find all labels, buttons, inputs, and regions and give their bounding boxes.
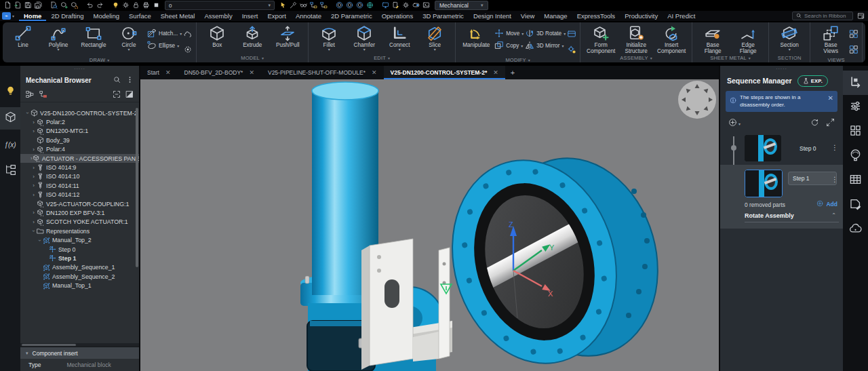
chevron-down-icon[interactable]: ▾ bbox=[328, 48, 330, 52]
ribbon-button-section[interactable]: Section▾ bbox=[772, 24, 806, 52]
tree-item[interactable]: ›Polar:2 bbox=[20, 117, 139, 126]
close-icon[interactable]: ✕ bbox=[372, 69, 377, 76]
tree-item[interactable]: ›DN1200 EXP BFV-3:1 bbox=[20, 208, 139, 217]
chevron-closed-icon[interactable]: › bbox=[31, 210, 37, 216]
tree-item[interactable]: ›ISO 4014:12 bbox=[20, 191, 139, 199]
document-tab[interactable]: V25-PIPELINE-SHUT-OFF-MODULE*✕ bbox=[261, 66, 384, 79]
ribbon-button-base[interactable]: Base Flange bbox=[696, 24, 730, 54]
gear-icon[interactable] bbox=[401, 1, 411, 9]
ribbon-button-base[interactable]: Base Views bbox=[814, 24, 848, 54]
view-grid-icon[interactable] bbox=[849, 29, 859, 41]
undo-icon[interactable] bbox=[85, 1, 95, 9]
refresh-icon[interactable] bbox=[810, 117, 819, 130]
point-icon[interactable] bbox=[183, 45, 193, 57]
menu-tab-productivity[interactable]: Productivity bbox=[620, 11, 663, 21]
ribbon-button-push-pull[interactable]: Push/Pull bbox=[271, 24, 304, 48]
expand-all-icon[interactable] bbox=[113, 89, 121, 101]
close-icon[interactable]: ✕ bbox=[249, 69, 254, 76]
component-add-icon[interactable] bbox=[59, 1, 69, 9]
banner-close-icon[interactable]: ✕ bbox=[828, 94, 833, 102]
chevron-down-icon[interactable]: ▾ bbox=[107, 58, 109, 62]
ribbon-button-edge[interactable]: Edge Flange bbox=[731, 24, 765, 54]
sidebar-tool-browser-cube-icon[interactable] bbox=[0, 107, 20, 130]
doc-search-icon[interactable] bbox=[49, 1, 59, 9]
image-icon[interactable] bbox=[421, 1, 431, 9]
tree-item[interactable]: ›V25-DN1200-CONTROL-SYSTEM-2 bbox=[20, 109, 139, 117]
tree-item[interactable]: ›ISO 4014:11 bbox=[20, 181, 139, 190]
tree-item[interactable]: Manual_Top_1 bbox=[20, 281, 139, 290]
chevron-down-icon[interactable]: ▾ bbox=[749, 56, 751, 60]
chevron-down-icon[interactable]: ▾ bbox=[564, 31, 566, 36]
orbit-cube-icon[interactable] bbox=[355, 1, 365, 9]
new-tab-button[interactable]: + bbox=[505, 69, 520, 77]
menu-tab-expresstools[interactable]: ExpressTools bbox=[572, 11, 620, 21]
ribbon-button-insert[interactable]: Insert Component bbox=[654, 24, 688, 54]
ribbon-button-circle[interactable]: Circle▾ bbox=[112, 24, 146, 52]
document-tab[interactable]: V25-DN1200-CONTROL-SYSTEM-2*✕ bbox=[384, 66, 505, 79]
redo-icon[interactable] bbox=[95, 1, 105, 9]
chevron-down-icon[interactable]: ▾ bbox=[388, 56, 390, 60]
menu-tab-manage[interactable]: Manage bbox=[539, 11, 572, 21]
step-menu-icon[interactable]: ⋮ bbox=[831, 176, 838, 183]
tree-item[interactable]: Step 1 bbox=[20, 254, 139, 262]
menu-tab-2d-parametric[interactable]: 2D Parametric bbox=[326, 11, 377, 21]
panel-tool-sequence-manager-icon[interactable] bbox=[843, 71, 868, 95]
chevron-closed-icon[interactable]: › bbox=[31, 147, 37, 153]
toggle-icon[interactable] bbox=[411, 1, 421, 9]
stop-icon[interactable] bbox=[151, 1, 161, 9]
panel-tool-cloud-icon[interactable] bbox=[843, 217, 868, 241]
panel-tool-render-balloon-icon[interactable] bbox=[843, 144, 868, 168]
menu-tab-export[interactable]: Export bbox=[262, 11, 290, 21]
tree-item[interactable]: ›Manual_Top_2 bbox=[20, 235, 139, 244]
menu-tab-view[interactable]: View bbox=[516, 11, 539, 21]
tree-item[interactable]: ›ISO 4014:10 bbox=[20, 172, 139, 181]
chevron-down-icon[interactable]: ▾ bbox=[262, 56, 264, 60]
viewport-3d[interactable]: Z Y X bbox=[140, 79, 719, 371]
step-name-input[interactable]: Step 1 bbox=[788, 172, 837, 185]
gear-icon[interactable] bbox=[121, 1, 131, 9]
chevron-closed-icon[interactable]: › bbox=[31, 128, 37, 134]
chevron-down-icon[interactable]: ▾ bbox=[650, 56, 652, 60]
ribbon-button-copy[interactable]: Copy▾ bbox=[494, 41, 524, 50]
chevron-down-icon[interactable]: ▾ bbox=[521, 31, 524, 36]
tree-item[interactable]: Assembly_Sequence_2 bbox=[20, 272, 139, 281]
panel-drag-handle[interactable]: ····· bbox=[20, 66, 139, 72]
component-sync-icon[interactable] bbox=[69, 1, 79, 9]
ribbon-button-box[interactable]: Box bbox=[200, 24, 234, 48]
ribbon-panel-toggle-icon[interactable] bbox=[856, 12, 866, 20]
tree-hscrollbar[interactable] bbox=[20, 343, 139, 347]
step-row[interactable]: Step 0 ⋮ bbox=[720, 131, 843, 165]
glasses-icon[interactable] bbox=[298, 1, 309, 9]
step-row-selected[interactable]: Step 1 ⋮ 0 removed parts Add Rotate Asse… bbox=[720, 165, 843, 229]
menu-tab-operations[interactable]: Operations bbox=[377, 11, 418, 21]
component-insert-header[interactable]: ▾ Component insert bbox=[20, 347, 139, 359]
ribbon-button-extrude[interactable]: Extrude bbox=[235, 24, 269, 48]
chevron-down-icon[interactable]: ▾ bbox=[528, 58, 530, 62]
sidebar-tool-bulb-icon[interactable] bbox=[0, 81, 20, 103]
tree-scrollbar[interactable] bbox=[136, 108, 138, 267]
step-thumbnail[interactable] bbox=[745, 170, 783, 197]
browser-menu-icon[interactable] bbox=[126, 74, 134, 86]
chevron-down-icon[interactable]: ▾ bbox=[57, 48, 59, 52]
menu-tab-assembly[interactable]: Assembly bbox=[199, 11, 237, 21]
app-logo[interactable]: ⌁ ▾ bbox=[2, 12, 16, 20]
menu-tab-2d-drafting[interactable]: 2D Drafting bbox=[46, 11, 88, 21]
pipette-icon[interactable] bbox=[288, 1, 298, 9]
chevron-open-icon[interactable]: › bbox=[31, 228, 37, 234]
tree-item[interactable]: ›SCOTCH YOKE ACTUATOR:1 bbox=[20, 218, 139, 227]
tree-filter-icon[interactable] bbox=[26, 89, 34, 101]
expand-panel-icon[interactable] bbox=[826, 117, 835, 130]
step-thumbnail[interactable] bbox=[745, 135, 781, 161]
doc-edit-icon[interactable] bbox=[391, 1, 401, 9]
step-menu-icon[interactable]: ⋮ bbox=[831, 144, 838, 151]
chevron-down-icon[interactable]: ▾ bbox=[177, 43, 179, 48]
chevron-down-icon[interactable]: ▾ bbox=[434, 48, 436, 52]
chevron-closed-icon[interactable]: › bbox=[31, 119, 37, 125]
chevron-down-icon[interactable]: ▾ bbox=[363, 48, 366, 52]
ribbon-search-input[interactable]: Search in Ribbon bbox=[792, 12, 853, 20]
panel-tool-properties-icon[interactable] bbox=[843, 95, 868, 119]
ribbon-button-slice[interactable]: Slice▾ bbox=[418, 24, 452, 52]
contrast-icon[interactable] bbox=[125, 89, 134, 101]
chevron-down-icon[interactable]: ▾ bbox=[180, 31, 182, 36]
panel-tool-components-grid-icon[interactable] bbox=[843, 119, 868, 144]
